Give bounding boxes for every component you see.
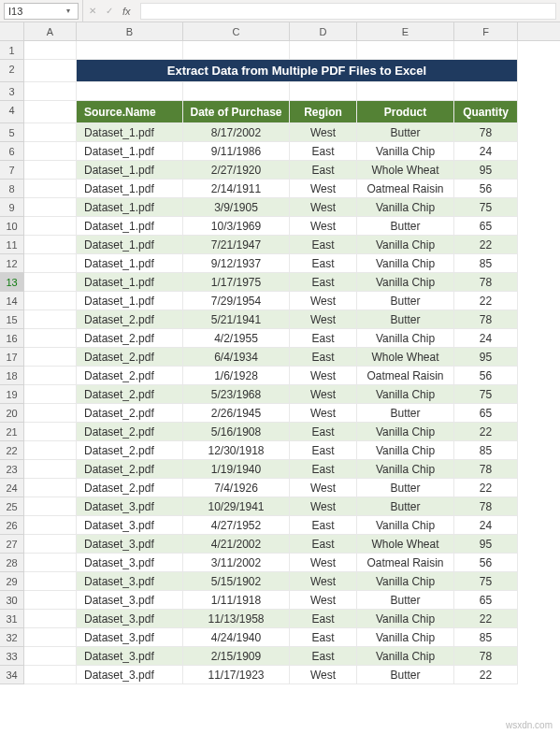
- table-cell[interactable]: 65: [454, 217, 518, 236]
- table-cell[interactable]: Vanilla Chip: [357, 236, 454, 254]
- table-cell[interactable]: 78: [454, 273, 518, 292]
- table-cell[interactable]: West: [290, 367, 357, 385]
- table-cell[interactable]: 5/21/1941: [183, 310, 290, 329]
- table-cell[interactable]: East: [290, 329, 357, 348]
- table-cell[interactable]: East: [290, 423, 357, 441]
- table-cell[interactable]: 10/3/1969: [183, 217, 290, 236]
- table-cell[interactable]: 4/24/1940: [183, 628, 290, 647]
- row-header[interactable]: 8: [0, 180, 24, 198]
- row-header[interactable]: 23: [0, 460, 24, 479]
- table-cell[interactable]: 4/21/2002: [183, 535, 290, 554]
- row-header[interactable]: 10: [0, 217, 24, 236]
- table-cell[interactable]: Vanilla Chip: [357, 572, 454, 591]
- cell[interactable]: [24, 479, 77, 497]
- table-cell[interactable]: 3/9/1905: [183, 198, 290, 217]
- table-cell[interactable]: Butter: [357, 479, 454, 497]
- col-header-A[interactable]: A: [24, 22, 77, 40]
- table-cell[interactable]: West: [290, 123, 357, 142]
- row-header[interactable]: 14: [0, 292, 24, 310]
- table-cell[interactable]: East: [290, 161, 357, 180]
- table-cell[interactable]: Dataset_3.pdf: [77, 628, 183, 647]
- table-cell[interactable]: 4/2/1955: [183, 329, 290, 348]
- cell[interactable]: [454, 41, 518, 60]
- table-cell[interactable]: 5/23/1968: [183, 385, 290, 404]
- table-cell[interactable]: 1/6/1928: [183, 367, 290, 385]
- row-header[interactable]: 24: [0, 479, 24, 497]
- table-cell[interactable]: Butter: [357, 292, 454, 310]
- fx-icon[interactable]: fx: [121, 6, 133, 17]
- table-cell[interactable]: 3/11/2002: [183, 554, 290, 572]
- table-cell[interactable]: 22: [454, 610, 518, 628]
- table-cell[interactable]: Butter: [357, 591, 454, 610]
- row-header[interactable]: 34: [0, 666, 24, 684]
- table-cell[interactable]: Dataset_3.pdf: [77, 610, 183, 628]
- table-cell[interactable]: East: [290, 535, 357, 554]
- table-cell[interactable]: East: [290, 142, 357, 161]
- cell[interactable]: [24, 572, 77, 591]
- table-cell[interactable]: 22: [454, 423, 518, 441]
- table-cell[interactable]: Dataset_2.pdf: [77, 460, 183, 479]
- table-cell[interactable]: West: [290, 497, 357, 516]
- row-header[interactable]: 18: [0, 367, 24, 385]
- title-banner[interactable]: Extract Data from Multiple PDF Files to …: [77, 60, 518, 82]
- table-cell[interactable]: 1/17/1975: [183, 273, 290, 292]
- chevron-down-icon[interactable]: ▾: [66, 7, 74, 15]
- table-cell[interactable]: 22: [454, 292, 518, 310]
- cell[interactable]: [24, 591, 77, 610]
- row-header[interactable]: 6: [0, 142, 24, 161]
- table-cell[interactable]: West: [290, 666, 357, 684]
- table-cell[interactable]: West: [290, 198, 357, 217]
- table-cell[interactable]: 85: [454, 628, 518, 647]
- row-header[interactable]: 32: [0, 628, 24, 647]
- table-cell[interactable]: Dataset_1.pdf: [77, 217, 183, 236]
- formula-bar[interactable]: [140, 3, 556, 20]
- table-cell[interactable]: Whole Wheat: [357, 161, 454, 180]
- row-header[interactable]: 30: [0, 591, 24, 610]
- cell[interactable]: [24, 41, 77, 60]
- table-cell[interactable]: West: [290, 479, 357, 497]
- table-cell[interactable]: Vanilla Chip: [357, 441, 454, 460]
- table-cell[interactable]: Dataset_2.pdf: [77, 404, 183, 423]
- table-cell[interactable]: East: [290, 628, 357, 647]
- table-cell[interactable]: 22: [454, 479, 518, 497]
- table-cell[interactable]: 7/4/1926: [183, 479, 290, 497]
- table-cell[interactable]: Dataset_1.pdf: [77, 236, 183, 254]
- table-header[interactable]: Region: [290, 101, 357, 123]
- table-cell[interactable]: 7/21/1947: [183, 236, 290, 254]
- row-header[interactable]: 9: [0, 198, 24, 217]
- table-cell[interactable]: Dataset_1.pdf: [77, 142, 183, 161]
- table-cell[interactable]: Dataset_3.pdf: [77, 516, 183, 535]
- table-cell[interactable]: 11/17/1923: [183, 666, 290, 684]
- table-cell[interactable]: Dataset_3.pdf: [77, 554, 183, 572]
- table-cell[interactable]: 2/26/1945: [183, 404, 290, 423]
- cell[interactable]: [24, 273, 77, 292]
- cell[interactable]: [24, 404, 77, 423]
- table-cell[interactable]: East: [290, 610, 357, 628]
- row-header[interactable]: 19: [0, 385, 24, 404]
- table-cell[interactable]: Dataset_2.pdf: [77, 385, 183, 404]
- table-cell[interactable]: 65: [454, 404, 518, 423]
- cell[interactable]: [290, 41, 357, 60]
- table-cell[interactable]: Vanilla Chip: [357, 647, 454, 666]
- table-cell[interactable]: West: [290, 310, 357, 329]
- table-cell[interactable]: West: [290, 292, 357, 310]
- table-cell[interactable]: Dataset_3.pdf: [77, 535, 183, 554]
- table-cell[interactable]: 11/13/1958: [183, 610, 290, 628]
- row-header[interactable]: 21: [0, 423, 24, 441]
- table-cell[interactable]: Vanilla Chip: [357, 198, 454, 217]
- row-header[interactable]: 25: [0, 497, 24, 516]
- table-cell[interactable]: 78: [454, 497, 518, 516]
- name-box[interactable]: I13 ▾: [4, 3, 79, 20]
- table-cell[interactable]: 95: [454, 535, 518, 554]
- cell[interactable]: [183, 41, 290, 60]
- table-cell[interactable]: Butter: [357, 217, 454, 236]
- table-cell[interactable]: 56: [454, 180, 518, 198]
- row-header[interactable]: 13: [0, 273, 24, 292]
- cell[interactable]: [24, 610, 77, 628]
- table-cell[interactable]: East: [290, 516, 357, 535]
- cell[interactable]: [290, 82, 357, 101]
- table-cell[interactable]: 75: [454, 198, 518, 217]
- row-header[interactable]: 29: [0, 572, 24, 591]
- cell[interactable]: [454, 82, 518, 101]
- row-header[interactable]: 15: [0, 310, 24, 329]
